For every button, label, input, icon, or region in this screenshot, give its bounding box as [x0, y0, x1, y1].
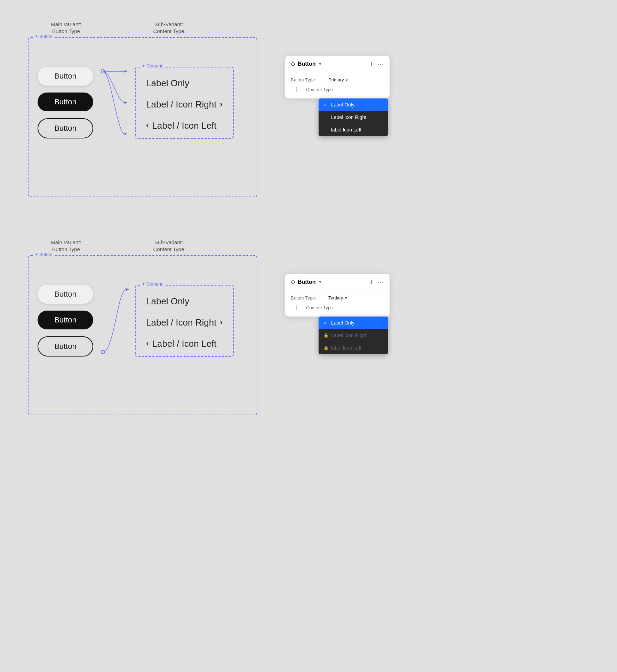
svg-marker-5 — [126, 288, 129, 291]
btn-primary-2[interactable]: Button — [38, 285, 93, 304]
dropdown-item-icon-left-1[interactable]: label Icon Left — [319, 123, 388, 136]
svg-marker-1 — [125, 70, 127, 73]
btn-primary-1[interactable]: Button — [38, 67, 93, 86]
properties-panel-2: ◇ Button ∨ ✛ ··· Button Type: Tertiary ∨ — [285, 274, 390, 317]
chevron-right-icon-1: › — [220, 100, 222, 109]
inner-dashed-box-1: ✦ Content Label Only Label / Icon Right … — [135, 67, 234, 139]
sparkle-icon-content-2: ✦ — [142, 282, 145, 286]
btn-outline-2[interactable]: Button — [38, 336, 93, 357]
diagram-area-2: Main Variant: Button Type Sub-Variant: C… — [28, 239, 257, 415]
primary-chevron-1: ∨ — [345, 78, 348, 82]
content-icon-right-text-2: Label / Icon Right — [146, 317, 216, 328]
panel-title-1: ◇ Button ∨ — [291, 61, 321, 67]
indent-line-1 — [296, 87, 302, 92]
content-type-label-1: Content Type — [306, 87, 341, 92]
tertiary-chevron-2: ∨ — [345, 296, 347, 300]
panel-body-2: Button Type: Tertiary ∨ Content Type ✓ L… — [285, 290, 390, 317]
lock-icon-1: 🔒 — [323, 333, 328, 338]
btn-column-2: Button Button Button — [38, 285, 93, 357]
diamond-icon-panel-1: ◇ — [291, 61, 295, 67]
button-type-value-1[interactable]: Primary ∨ — [328, 77, 348, 82]
dropdown-item-label-only-1[interactable]: ✓ Label Only — [319, 98, 388, 111]
sparkle-icon-2: ✦ — [35, 252, 38, 257]
dropdown-menu-2: ✓ Label Only 🔒 Label Icon Right 🔒 label … — [319, 317, 388, 354]
sub-variant-label-1: Sub-Variant: Content Type — [104, 21, 233, 34]
main-variant-label-1: Main Variant: Button Type — [28, 21, 104, 34]
dropdown-item-icon-left-2: 🔒 label Icon Left — [319, 342, 388, 354]
btn-secondary-2[interactable]: Button — [38, 311, 93, 329]
button-type-label-2: Button Type: — [291, 295, 326, 301]
sub-variant-label-2: Sub-Variant: Content Type — [104, 239, 233, 253]
svg-marker-3 — [125, 133, 127, 135]
panel-title-text-2: Button — [298, 279, 316, 285]
move-icon-2[interactable]: ✛ — [369, 279, 374, 285]
inner-dashed-label-1: ✦ Content — [140, 63, 165, 69]
diamond-icon-panel-2: ◇ — [291, 279, 295, 285]
more-icon-1[interactable]: ··· — [378, 61, 384, 67]
panel-icons-2: ✛ ··· — [369, 279, 384, 285]
panel-row-button-type-1: Button Type: Primary ∨ — [291, 77, 384, 82]
panel-icons-1: ✛ ··· — [369, 61, 384, 67]
outer-dashed-label-1: ✦ Button — [33, 34, 55, 39]
diagram-inner-1: Button Button Button — [34, 43, 251, 158]
content-items-2: Label Only Label / Icon Right › ‹ Label … — [146, 293, 223, 349]
content-type-label-2: Content Type — [306, 305, 341, 310]
arrows-container-2 — [100, 272, 135, 369]
dropdown-item-icon-right-1[interactable]: Label Icon Right — [319, 111, 388, 123]
btn-secondary-1[interactable]: Button — [38, 93, 93, 111]
button-type-label-1: Button Type: — [291, 77, 326, 82]
panel-header-1: ◇ Button ∨ ✛ ··· — [285, 56, 390, 72]
move-icon-1[interactable]: ✛ — [369, 61, 374, 67]
checkmark-icon-2: ✓ — [323, 320, 328, 325]
content-item-icon-right-2: Label / Icon Right › — [146, 317, 223, 328]
sparkle-icon-1: ✦ — [35, 34, 38, 39]
chevron-left-icon-1: ‹ — [146, 121, 149, 130]
panel-body-1: Button Type: Primary ∨ Content Type ✓ La… — [285, 72, 390, 98]
panel-header-2: ◇ Button ∨ ✛ ··· — [285, 274, 390, 290]
content-items-1: Label Only Label / Icon Right › ‹ Label … — [146, 74, 223, 131]
content-item-label-only-2: Label Only — [146, 296, 223, 307]
btn-outline-1[interactable]: Button — [38, 118, 93, 138]
outer-dashed-box-2: ✦ Button Button Button Button — [28, 255, 257, 415]
inner-dashed-label-2: ✦ Content — [140, 281, 165, 287]
panel-chevron-1[interactable]: ∨ — [319, 62, 321, 66]
arrows-svg-2 — [100, 272, 135, 369]
content-label-only-text-1: Label Only — [146, 78, 189, 89]
panel-title-text-1: Button — [298, 61, 316, 67]
variant-labels-2: Main Variant: Button Type Sub-Variant: C… — [28, 239, 257, 253]
panel-row-button-type-2: Button Type: Tertiary ∨ — [291, 295, 384, 301]
content-icon-left-text-2: Label / Icon Left — [152, 338, 216, 349]
dropdown-item-label-only-2[interactable]: ✓ Label Only — [319, 317, 388, 329]
indent-line-2 — [296, 305, 302, 310]
chevron-left-icon-2: ‹ — [146, 339, 149, 348]
content-icon-left-text-1: Label / Icon Left — [152, 120, 216, 131]
variant-labels-1: Main Variant: Button Type Sub-Variant: C… — [28, 21, 257, 34]
btn-column-1: Button Button Button — [38, 67, 93, 138]
content-type-row-1: Content Type ✓ Label Only Label Icon Rig… — [291, 87, 384, 92]
content-item-label-only-1: Label Only — [146, 78, 223, 89]
diagram-inner-2: Button Button Button — [34, 262, 251, 376]
arrows-svg-1 — [100, 54, 135, 151]
more-icon-2[interactable]: ··· — [378, 279, 384, 285]
panel-title-2: ◇ Button ∨ — [291, 279, 321, 285]
content-label-only-text-2: Label Only — [146, 296, 189, 307]
content-type-row-2: Content Type ✓ Label Only 🔒 Label Icon R… — [291, 305, 384, 310]
panel-chevron-2[interactable]: ∨ — [319, 280, 321, 284]
content-item-icon-right-1: Label / Icon Right › — [146, 99, 223, 110]
dropdown-item-icon-right-2: 🔒 Label Icon Right — [319, 329, 388, 342]
main-container: Main Variant: Button Type Sub-Variant: C… — [0, 0, 617, 436]
diagram-area-1: Main Variant: Button Type Sub-Variant: C… — [28, 21, 257, 197]
outer-dashed-box-1: ✦ Button Button Button Button — [28, 37, 257, 197]
inner-dashed-box-2: ✦ Content Label Only Label / Icon Right … — [135, 285, 234, 357]
dropdown-menu-1: ✓ Label Only Label Icon Right label Icon… — [319, 98, 388, 136]
outer-dashed-label-2: ✦ Button — [33, 252, 55, 257]
button-type-value-2[interactable]: Tertiary ∨ — [328, 295, 347, 301]
section-1: Main Variant: Button Type Sub-Variant: C… — [28, 21, 589, 197]
content-item-icon-left-2: ‹ Label / Icon Left — [146, 338, 223, 349]
checkmark-icon-1: ✓ — [323, 102, 328, 107]
content-item-icon-left-1: ‹ Label / Icon Left — [146, 120, 223, 131]
arrows-container-1 — [100, 54, 135, 151]
sparkle-icon-content-1: ✦ — [142, 64, 145, 68]
content-icon-right-text-1: Label / Icon Right — [146, 99, 216, 110]
lock-icon-2: 🔒 — [323, 345, 328, 350]
